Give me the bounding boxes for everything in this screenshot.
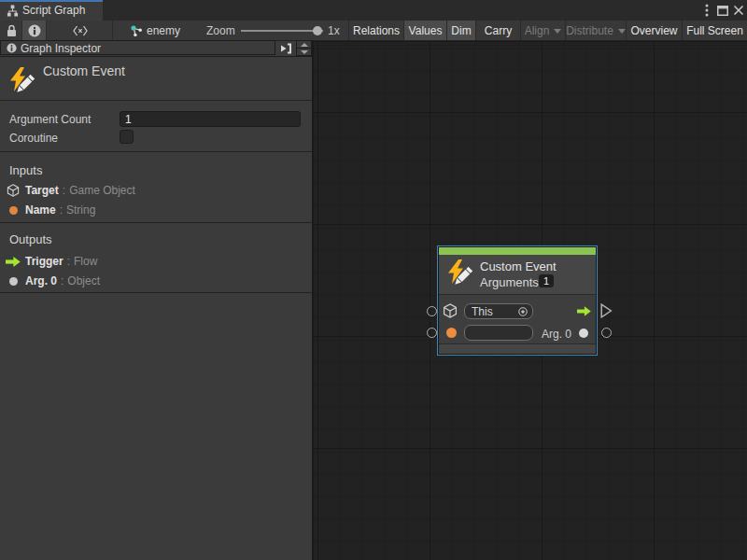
overview-button[interactable]: Overview <box>627 21 683 40</box>
external-input-port[interactable] <box>427 306 437 316</box>
distribute-button-label: Distribute <box>566 24 613 37</box>
inputs-header: Inputs <box>9 163 42 177</box>
tab-label: Script Graph <box>22 0 85 21</box>
kebab-menu-icon <box>705 4 709 17</box>
node-title: Custom Event <box>480 259 557 273</box>
output-row-trigger: Trigger : Flow <box>0 252 312 271</box>
graph-hierarchy-icon <box>7 5 19 17</box>
trigger-port-arrow[interactable] <box>577 306 591 316</box>
values-button[interactable]: Values <box>404 21 447 40</box>
zoom-slider-knob[interactable] <box>313 26 322 35</box>
coroutine-checkbox[interactable] <box>120 130 134 144</box>
toolbar-buttons: Relations Values Dim Carry Align Distrib… <box>348 21 747 40</box>
code-preview-button[interactable] <box>66 21 94 40</box>
dim-button-label: Dim <box>451 24 471 37</box>
window-menu-button[interactable] <box>701 0 712 21</box>
section-divider <box>0 292 312 293</box>
close-icon <box>733 5 744 16</box>
node-body: This Arg. 0 <box>439 294 596 343</box>
event-color-bar <box>439 247 596 255</box>
node-header[interactable]: Custom Event Arguments 1 <box>439 255 596 294</box>
name-input-field[interactable] <box>464 325 533 341</box>
dock-panel-icon[interactable] <box>281 43 292 54</box>
external-input-port[interactable] <box>427 328 437 338</box>
port-type: String <box>66 203 95 217</box>
custom-event-icon <box>447 259 472 287</box>
flow-arrow-icon <box>6 257 21 267</box>
zoom-slider-track <box>241 30 323 32</box>
port-separator: : <box>60 203 63 217</box>
relations-button-label: Relations <box>353 24 400 37</box>
info-icon <box>7 43 17 53</box>
input-row-target: Target : Game Object <box>0 181 312 200</box>
toolbar-separator <box>112 21 113 40</box>
section-divider <box>0 100 312 101</box>
node-arguments-field[interactable]: 1 <box>539 274 554 287</box>
graph-name-label[interactable]: enemy <box>147 21 180 40</box>
section-divider <box>0 151 312 152</box>
custom-event-icon <box>9 67 35 95</box>
input-row-name: Name : String <box>0 201 312 219</box>
arg0-label: Arg. 0 <box>540 328 571 341</box>
spinner-divider <box>297 48 311 49</box>
inspector-unit-title: Custom Event <box>43 63 125 78</box>
align-button[interactable]: Align <box>521 21 566 40</box>
spinner-down-icon[interactable] <box>301 50 308 54</box>
relations-button[interactable]: Relations <box>349 21 404 40</box>
overview-button-label: Overview <box>630 24 677 37</box>
object-port-dot <box>9 277 18 286</box>
spinner-up-icon[interactable] <box>301 43 308 47</box>
inspector-toggle-button[interactable] <box>21 21 47 40</box>
outputs-header: Outputs <box>9 232 52 246</box>
tab-script-graph[interactable]: Script Graph <box>0 0 103 21</box>
port-type: Game Object <box>69 184 135 197</box>
window-maximize-button[interactable] <box>715 0 730 21</box>
code-icon <box>73 25 88 36</box>
port-name: Trigger <box>25 255 63 268</box>
port-separator: : <box>67 255 70 268</box>
panel-spinner <box>296 40 312 56</box>
graph-inspector-panel: Graph Inspector Custom Event Argument Co… <box>0 41 312 560</box>
inspector-title: Graph Inspector <box>21 41 101 56</box>
graph-asset-icon <box>130 24 143 37</box>
object-picker-icon[interactable] <box>518 307 528 316</box>
cube-icon <box>443 303 458 318</box>
argument-count-field[interactable]: 1 <box>120 111 301 127</box>
lock-icon[interactable] <box>7 24 17 37</box>
dropdown-arrow-icon <box>618 29 626 34</box>
full-screen-button[interactable]: Full Screen <box>683 21 747 40</box>
port-separator: : <box>63 184 65 197</box>
dim-button[interactable]: Dim <box>447 21 476 40</box>
node-arguments-label: Arguments <box>480 275 539 289</box>
this-object-field[interactable]: This <box>464 303 533 319</box>
distribute-button[interactable]: Distribute <box>566 21 627 40</box>
name-port-dot[interactable] <box>446 328 457 338</box>
custom-event-node[interactable]: Custom Event Arguments 1 This <box>437 245 598 356</box>
title-bar: Script Graph <box>0 0 747 21</box>
external-output-port[interactable] <box>601 328 612 338</box>
info-icon <box>28 24 41 37</box>
port-name: Target <box>25 184 59 197</box>
window-close-button[interactable] <box>731 0 746 21</box>
external-flow-port[interactable] <box>600 303 613 318</box>
node-inner: Custom Event Arguments 1 This <box>438 246 597 355</box>
script-graph-window: Script Graph <box>0 0 747 560</box>
align-button-label: Align <box>525 24 550 37</box>
dropdown-arrow-icon <box>554 29 561 34</box>
zoom-label: Zoom <box>206 21 235 40</box>
node-footer <box>439 343 596 354</box>
port-separator: : <box>61 274 63 287</box>
maximize-icon <box>717 6 728 16</box>
section-divider <box>0 222 312 223</box>
coroutine-label: Coroutine <box>9 132 58 145</box>
carry-button[interactable]: Carry <box>476 21 521 40</box>
graph-canvas[interactable]: Custom Event Arguments 1 This <box>312 41 747 560</box>
values-button-label: Values <box>409 24 443 37</box>
cube-icon <box>7 184 20 197</box>
arg0-port-dot[interactable] <box>579 329 588 338</box>
port-name: Arg. 0 <box>25 274 57 287</box>
carry-button-label: Carry <box>485 24 512 37</box>
zoom-slider[interactable] <box>241 21 323 40</box>
string-port-dot <box>9 206 18 215</box>
output-row-arg0: Arg. 0 : Object <box>0 272 312 290</box>
